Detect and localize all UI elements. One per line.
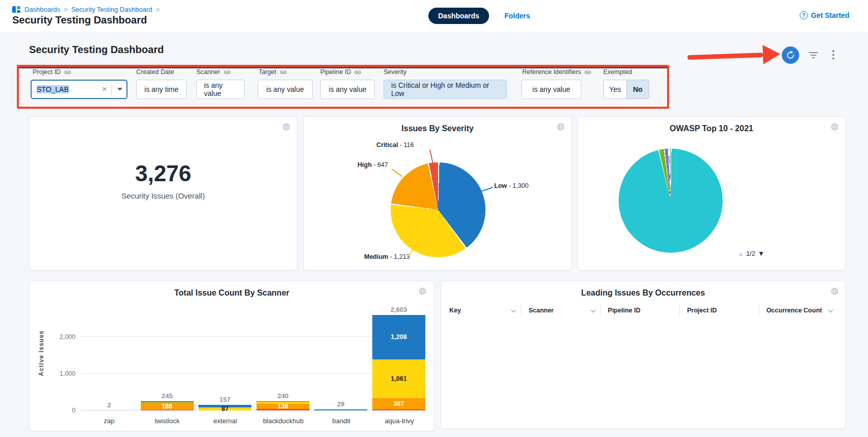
- dashboard-filters-icon[interactable]: [808, 51, 819, 61]
- bar-zap: 2: [83, 303, 136, 410]
- globe-icon[interactable]: [418, 287, 427, 298]
- bar-total-label: 245: [141, 392, 194, 400]
- severity-pie-chart[interactable]: [391, 162, 486, 257]
- tile-leading-issues-by-occurrences: Leading Issues By Occurrences KeyScanner…: [441, 281, 846, 429]
- breadcrumb-current-dashboard[interactable]: Security Testing Dashboard: [71, 6, 152, 13]
- project-id-value: STO_LAB: [37, 85, 98, 93]
- severity-filter-button[interactable]: is Critical or High or Medium or Low: [384, 80, 507, 99]
- tile-title: Total Issue Count By Scanner: [30, 288, 434, 298]
- bar-total-label: 2: [83, 401, 136, 409]
- annotation-arrow: [687, 44, 780, 67]
- tile-issues-by-severity: Issues By Severity Critical - 116 High -…: [303, 116, 572, 271]
- column-header-scanner[interactable]: Scanner: [521, 304, 600, 317]
- project-id-input[interactable]: STO_LAB ×: [31, 80, 127, 99]
- leader-line-high: [391, 168, 402, 177]
- get-started-link[interactable]: ? Get Started: [800, 11, 849, 19]
- y-tick-label: 2,000: [45, 333, 75, 341]
- tile-title: Issues By Severity: [304, 124, 571, 133]
- page-down-icon[interactable]: ▼: [758, 250, 764, 257]
- globe-icon[interactable]: [830, 123, 839, 133]
- bar-xlabels: zaptwistlockexternalblackduckhubbanditaq…: [81, 417, 428, 425]
- reference-identifiers-filter-button[interactable]: is any value: [521, 80, 581, 99]
- bar-bandit: 29: [314, 303, 367, 410]
- breadcrumb: Dashboards > Security Testing Dashboard …: [12, 5, 160, 14]
- filter-label: Pipeline ID: [320, 68, 351, 76]
- bar-segment-critical[interactable]: [141, 410, 194, 410]
- globe-icon[interactable]: [556, 123, 565, 133]
- refresh-icon: [785, 50, 796, 60]
- filter-label: Target: [259, 68, 276, 76]
- x-axis-label: twistlock: [141, 417, 194, 425]
- sort-chevron-down-icon[interactable]: [828, 307, 833, 312]
- tile-security-issues-overall: 3,276 Security Issues (Overall): [29, 116, 297, 271]
- exempted-toggle: Yes No: [603, 80, 649, 99]
- tab-dashboards[interactable]: Dashboards: [428, 8, 489, 24]
- bar-segment-label: 188: [141, 403, 194, 409]
- table-header-row: KeyScannerPipeline IDProject IDOccurrenc…: [448, 304, 838, 317]
- bar-total-label: 157: [198, 396, 251, 403]
- target-filter-button[interactable]: is any value: [258, 80, 313, 99]
- exempted-yes-button[interactable]: Yes: [603, 80, 626, 99]
- column-header-project-id[interactable]: Project ID: [679, 304, 758, 317]
- owasp-pie-chart[interactable]: [619, 149, 723, 253]
- refresh-button[interactable]: [782, 46, 799, 64]
- bar-blackduckhub: 240138: [257, 303, 310, 410]
- bar-segment-label: 1,208: [372, 334, 425, 340]
- bar-segment-low[interactable]: 1,208: [372, 315, 425, 359]
- bar-segment-high[interactable]: 188: [141, 403, 194, 410]
- column-header-label: Occurrence Count: [767, 307, 822, 314]
- tile-total-issue-count-by-scanner: Total Issue Count By Scanner Active Issu…: [29, 281, 435, 431]
- column-header-label: Project ID: [687, 307, 717, 314]
- overall-issues-value: 3,276: [30, 161, 297, 186]
- link-icon: [584, 68, 592, 76]
- dropdown-caret-icon[interactable]: [117, 88, 122, 91]
- view-tabs: Dashboards Folders: [428, 8, 530, 24]
- tile-owasp-top-10: OWASP Top 10 - 2021 ▲ 1/2 ▼: [577, 116, 846, 271]
- breadcrumb-dashboards[interactable]: Dashboards: [24, 6, 60, 13]
- filter-label: Project ID: [33, 68, 61, 76]
- x-axis-label: external: [199, 417, 252, 425]
- breadcrumb-separator: >: [156, 6, 160, 13]
- pie-callout-critical: Critical - 116: [376, 141, 414, 149]
- pie-callout-high: High - 647: [358, 161, 388, 168]
- page-up-icon[interactable]: ▲: [738, 251, 744, 257]
- help-question-icon: ?: [800, 11, 808, 19]
- column-header-label: Scanner: [528, 307, 553, 314]
- column-header-pipeline-id[interactable]: Pipeline ID: [600, 304, 679, 317]
- globe-icon[interactable]: [282, 123, 291, 133]
- bar-segment-medium[interactable]: 87: [198, 407, 251, 410]
- y-tick-label: 1,000: [45, 370, 75, 377]
- table-body-empty: [442, 320, 845, 428]
- tab-folders[interactable]: Folders: [504, 12, 530, 20]
- column-header-occurrence-count[interactable]: Occurrence Count: [759, 304, 838, 317]
- pipeline-id-filter-button[interactable]: is any value: [320, 80, 375, 99]
- exempted-no-button[interactable]: No: [626, 80, 649, 99]
- page-indicator: 1/2: [746, 250, 755, 257]
- created-date-filter-button[interactable]: is any time: [136, 80, 187, 99]
- bar-segment-medium[interactable]: 1,061: [372, 359, 425, 398]
- filter-exempted: Exempted Yes No: [603, 67, 649, 99]
- sort-chevron-down-icon[interactable]: [591, 307, 596, 312]
- scanner-filter-button[interactable]: is any value: [196, 80, 245, 99]
- sort-chevron-down-icon[interactable]: [511, 307, 516, 312]
- dashboard-title: Security Testing Dashboard: [29, 44, 164, 56]
- bar-segment-low[interactable]: [314, 409, 367, 410]
- column-header-key[interactable]: Key: [448, 304, 521, 317]
- x-axis-label: zap: [83, 417, 136, 425]
- bar-segment-high[interactable]: 138: [257, 404, 310, 409]
- bar-segment-critical[interactable]: [372, 409, 425, 410]
- globe-icon[interactable]: [830, 287, 839, 298]
- bar-segment-critical[interactable]: [257, 409, 310, 410]
- filter-label: Exempted: [603, 68, 632, 76]
- pie-callout-low: Low - 1,300: [494, 182, 528, 189]
- filter-pipeline-id: Pipeline ID is any value: [320, 67, 375, 99]
- bar-segment-high[interactable]: 307: [372, 398, 425, 409]
- input-divider: [111, 84, 112, 95]
- bar-total-label: 240: [257, 392, 310, 400]
- clear-icon[interactable]: ×: [98, 84, 111, 94]
- link-icon: [64, 68, 71, 76]
- filter-label: Reference Identifiers: [522, 68, 581, 76]
- bar-twistlock: 245188: [141, 303, 194, 410]
- kebab-menu-icon[interactable]: [832, 50, 834, 62]
- bar-plot: 01,0002,000224518815787240138292,6031,20…: [81, 303, 428, 410]
